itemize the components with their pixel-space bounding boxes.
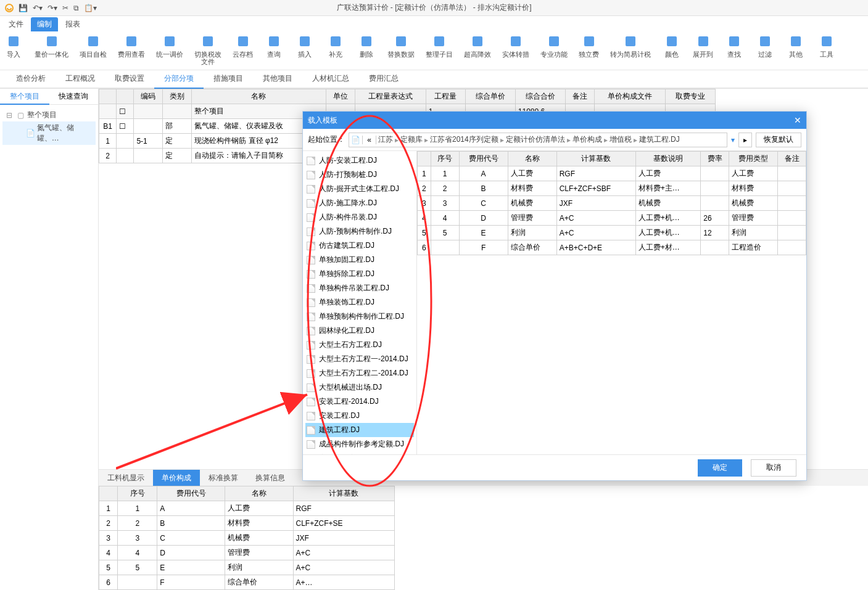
crumb-segment[interactable]: 江苏 — [376, 134, 395, 145]
tree-node[interactable]: 📄氮气罐、储罐、… — [2, 121, 96, 145]
menu-file[interactable]: 文件 — [2, 17, 30, 31]
ribbon-insert[interactable]: 插入 — [295, 33, 315, 58]
tab-item[interactable]: 工程概况 — [56, 70, 105, 89]
template-file[interactable]: 仿古建筑工程.DJ — [305, 239, 414, 253]
ribbon-qty-integ[interactable]: 量价一体化 — [35, 33, 68, 58]
tax-switch-icon — [200, 33, 216, 49]
crumb-right-icon[interactable]: ▸ — [738, 133, 752, 147]
sidebar-tab-project[interactable]: 整个项目 — [0, 89, 49, 105]
ribbon-tax-switch[interactable]: 切换税改文件 — [194, 33, 221, 65]
template-file[interactable]: 单独预制构件制作工程.DJ — [305, 309, 414, 324]
ribbon-cloud-save[interactable]: 云存档 — [233, 33, 253, 58]
ribbon-find[interactable]: 查找 — [724, 33, 744, 58]
template-file[interactable]: 安装工程.DJ — [305, 409, 414, 423]
ribbon: 导入量价一体化项目自检费用查看统一调价切换税改文件云存档查询插入补充删除替换数据… — [0, 32, 868, 70]
file-icon[interactable]: 📄 — [349, 136, 363, 144]
svg-rect-6 — [203, 36, 213, 46]
ribbon-over-reduce[interactable]: 超高降效 — [464, 33, 491, 58]
template-file[interactable]: 大型机械进出场.DJ — [305, 380, 414, 395]
cancel-button[interactable]: 取消 — [751, 459, 796, 477]
crumb-segment[interactable]: 定额库 — [399, 134, 424, 145]
ribbon-simple-tax[interactable]: 转为简易计税 — [610, 33, 651, 58]
delete-icon — [358, 33, 374, 49]
template-file[interactable]: 单独拆除工程.DJ — [305, 267, 414, 281]
template-file[interactable]: 大型土石方工程一-2014.DJ — [305, 352, 414, 366]
template-file[interactable]: 人防-施工降水.DJ — [305, 196, 414, 210]
ribbon-reorg[interactable]: 整理子目 — [426, 33, 453, 58]
template-file[interactable]: 安装工程-2014.DJ — [305, 395, 414, 409]
tree-node[interactable]: ⊟▢整个项目 — [2, 109, 96, 121]
ribbon-other[interactable]: 其他 — [786, 33, 806, 58]
ribbon-pro-func[interactable]: 专业功能 — [540, 33, 568, 58]
template-file[interactable]: 人防-打预制桩.DJ — [305, 168, 414, 182]
tab-item[interactable]: 措施项目 — [204, 70, 253, 89]
crumb-dropdown-icon[interactable]: ▾ — [731, 136, 735, 144]
ribbon-query[interactable]: 查询 — [264, 33, 284, 58]
ribbon-import[interactable]: 导入 — [4, 33, 23, 58]
crumb-back[interactable]: « — [363, 136, 376, 144]
paste-icon[interactable]: 📋▾ — [84, 4, 97, 12]
preview-grid[interactable]: 序号费用代号名称计算基数基数说明费率费用类型备注11A人工费RGF人工费人工费2… — [417, 151, 806, 255]
breadcrumb[interactable]: 📄 « 江苏▸定额库▸江苏省2014序列定额▸定额计价仿清单法▸单价构成▸增值税… — [349, 133, 727, 147]
detail-grid[interactable]: 序号费用代号名称计算基数11A人工费RGF22B材料费CLF+ZCF+SE33C… — [99, 486, 395, 590]
crumb-segment[interactable]: 单价构成 — [571, 134, 604, 145]
ribbon-filter[interactable]: 过滤 — [755, 33, 775, 58]
tab-item[interactable]: 造价分析 — [6, 70, 56, 89]
menu-edit[interactable]: 编制 — [31, 17, 58, 31]
save-icon[interactable]: 💾 — [19, 4, 28, 12]
crumb-segment[interactable]: 建筑工程.DJ — [637, 134, 682, 145]
ribbon-fee-view[interactable]: 费用查看 — [118, 33, 145, 58]
template-file[interactable]: 人防-掘开式主体工程.DJ — [305, 182, 414, 196]
template-file[interactable]: 人防-安装工程.DJ — [305, 154, 414, 168]
tab-item[interactable]: 分部分项 — [154, 70, 204, 89]
dialog-close-icon[interactable]: ✕ — [794, 115, 801, 125]
template-file[interactable]: 大型土石方工程.DJ — [305, 338, 414, 352]
ribbon-entity-swap[interactable]: 实体转措 — [502, 33, 529, 58]
menu-report[interactable]: 报表 — [59, 17, 86, 31]
ribbon-replace[interactable]: 替换数据 — [387, 33, 415, 58]
svg-rect-4 — [126, 36, 136, 46]
copy-icon[interactable]: ⧉ — [73, 4, 79, 12]
template-file[interactable]: 人防-预制构件制作.DJ — [305, 224, 414, 239]
file-icon — [307, 383, 315, 392]
sidebar-tab-quick[interactable]: 快速查询 — [49, 89, 99, 104]
tab-item[interactable]: 费用汇总 — [359, 70, 408, 89]
undo-icon[interactable]: ↶▾ — [33, 4, 43, 12]
template-file[interactable]: 单独加固工程.DJ — [305, 253, 414, 267]
crumb-segment[interactable]: 增值税 — [608, 134, 634, 145]
tab-item[interactable]: 取费设置 — [105, 70, 154, 89]
template-file[interactable]: 成品构件制作参考定额.DJ — [305, 437, 414, 451]
detail-tab[interactable]: 工料机显示 — [99, 470, 153, 486]
template-file[interactable]: 人防-构件吊装.DJ — [305, 210, 414, 224]
entity-swap-icon — [508, 33, 524, 49]
detail-tab[interactable]: 标准换算 — [200, 470, 247, 486]
template-file[interactable]: 单独构件吊装工程.DJ — [305, 281, 414, 295]
ribbon-indep-fee[interactable]: 独立费 — [579, 33, 599, 58]
redo-icon[interactable]: ↷▾ — [48, 4, 57, 12]
insert-icon — [297, 33, 313, 49]
file-icon — [307, 227, 315, 236]
ok-button[interactable]: 确定 — [698, 459, 742, 477]
crumb-segment[interactable]: 定额计价仿清单法 — [504, 134, 567, 145]
template-file[interactable]: 单独装饰工程.DJ — [305, 295, 414, 309]
template-file[interactable]: 建筑工程.DJ — [305, 423, 414, 437]
ribbon-tools[interactable]: 工具 — [817, 33, 837, 58]
crumb-segment[interactable]: 江苏省2014序列定额 — [428, 134, 500, 145]
cut-icon[interactable]: ✂ — [62, 4, 68, 12]
ribbon-unify[interactable]: 统一调价 — [156, 33, 183, 58]
file-icon — [307, 298, 315, 307]
template-file[interactable]: 大型土石方工程二-2014.DJ — [305, 366, 414, 380]
ribbon-supplement[interactable]: 补充 — [326, 33, 345, 58]
restore-default-button[interactable]: 恢复默认 — [756, 133, 801, 147]
template-file-list[interactable]: 人防-安装工程.DJ人防-打预制桩.DJ人防-掘开式主体工程.DJ人防-施工降水… — [303, 151, 417, 454]
ribbon-color[interactable]: 颜色 — [662, 33, 682, 58]
ribbon-delete[interactable]: 删除 — [357, 33, 376, 58]
tab-item[interactable]: 人材机汇总 — [302, 70, 359, 89]
ribbon-expand[interactable]: 展开到 — [693, 33, 713, 58]
template-file[interactable]: 园林绿化工程.DJ — [305, 324, 414, 338]
tab-item[interactable]: 其他项目 — [253, 70, 302, 89]
detail-tab[interactable]: 单价构成 — [153, 470, 200, 486]
detail-tab[interactable]: 换算信息 — [247, 470, 294, 486]
ribbon-self-check[interactable]: 项目自检 — [80, 33, 107, 58]
indep-fee-icon — [581, 33, 597, 49]
